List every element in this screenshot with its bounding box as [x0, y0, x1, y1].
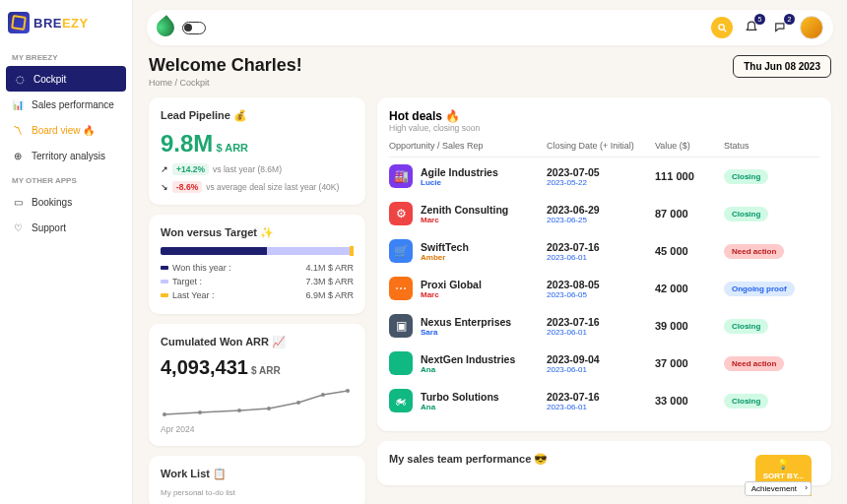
status-badge: Need action	[724, 244, 784, 259]
leaf-icon	[153, 15, 177, 39]
msg-badge: 2	[784, 14, 795, 25]
status-badge: Closing	[724, 394, 768, 409]
crumb-home[interactable]: Home	[149, 78, 172, 88]
opportunity-icon: ⋯	[389, 277, 413, 300]
col-status: Status	[724, 141, 803, 151]
wvt-label: Won this year :	[172, 263, 231, 273]
svg-point-2	[163, 412, 166, 416]
table-row[interactable]: 🛒 SwiftTechAmber 2023-07-162023-06-01 45…	[389, 232, 819, 270]
closing-date: 2023-07-05	[547, 166, 655, 178]
opportunity-icon: ⚙	[389, 202, 413, 225]
trend-down-icon: ↘	[161, 182, 168, 192]
chart-icon: 📊	[12, 98, 24, 110]
sidebar-label: Sales performance	[32, 99, 114, 110]
delta-value: -8.6%	[172, 181, 202, 193]
notifications-button[interactable]: 5	[741, 17, 762, 38]
globe-icon: ⊕	[12, 150, 24, 161]
sidebar-item-board[interactable]: 〽 Board view 🔥	[0, 117, 132, 143]
card-title: Cumulated Won ARR 📈	[161, 336, 354, 348]
theme-toggle[interactable]	[182, 22, 206, 34]
svg-point-3	[198, 410, 202, 414]
wvt-row: Won this year :4.1M $ ARR	[161, 261, 354, 275]
initial-date: 2023-06-01	[547, 253, 655, 262]
table-row[interactable]: ⋯ Proxi GlobalMarc 2023-08-052023-06-05 …	[389, 270, 819, 307]
card-subtitle: High value, closing soon	[389, 123, 819, 133]
wvt-label: Last Year :	[172, 290, 215, 300]
table-row[interactable]: 🏍 Turbo SolutionsAna 2023-07-162023-06-0…	[389, 382, 819, 419]
opportunity-name: Proxi Global	[421, 279, 482, 290]
opportunity-icon: ▣	[389, 314, 413, 338]
delta-text: vs average deal size last year (40K)	[206, 182, 339, 192]
closing-date: 2023-06-29	[547, 204, 655, 216]
sidebar-label: Cockpit	[33, 74, 66, 85]
deal-value: 33 000	[655, 395, 724, 407]
brand-text-2: EZY	[62, 16, 89, 31]
initial-date: 2023-06-01	[547, 403, 655, 411]
sidebar-item-support[interactable]: ♡ Support	[0, 215, 132, 240]
status-badge: Closing	[724, 169, 768, 184]
col-opportunity: Opportunity / Sales Rep	[389, 141, 547, 151]
table-row[interactable]: ▣ Nexus EnterprisesSara 2023-07-162023-0…	[389, 307, 819, 345]
table-row[interactable]: ⚙ Zenith ConsultingMarc 2023-06-292023-0…	[389, 195, 819, 232]
svg-point-0	[718, 24, 724, 30]
svg-line-1	[723, 29, 725, 31]
search-icon	[717, 23, 728, 33]
search-button[interactable]	[711, 17, 733, 38]
date-picker[interactable]: Thu Jun 08 2023	[733, 55, 831, 78]
card-subtitle: My personal to-do list	[161, 488, 354, 497]
progress-bar	[161, 247, 354, 255]
deal-value: 87 000	[655, 208, 724, 220]
svg-point-4	[237, 409, 241, 412]
work-list-card: Work List 📋 My personal to-do list	[149, 456, 365, 504]
col-closing: Closing Date (+ Initial)	[547, 141, 655, 151]
closing-date: 2023-09-04	[547, 353, 655, 365]
cumulated-value: 4,093,431	[161, 356, 248, 378]
sidebar-label: Bookings	[32, 197, 72, 208]
sidebar-label: Board view 🔥	[32, 125, 95, 136]
sidebar-item-territory[interactable]: ⊕ Territory analysis	[0, 143, 132, 168]
card-title: Lead Pipeline 💰	[161, 109, 354, 122]
svg-point-8	[346, 389, 350, 393]
status-badge: Closing	[724, 207, 768, 221]
table-row[interactable]: NextGen IndustriesAna 2023-09-042023-06-…	[389, 345, 819, 382]
delta-text: vs last year (8.6M)	[213, 164, 282, 174]
table-row[interactable]: 🏭 Agile IndustriesLucie 2023-07-052023-0…	[389, 158, 819, 195]
initial-date: 2023-05-22	[547, 178, 655, 187]
main-area: 5 2 Welcome Charles! Home / Cockpit Thu …	[133, 0, 847, 504]
hot-deals-card: Hot deals 🔥 High value, closing soon Opp…	[377, 97, 831, 431]
brand-logo[interactable]: BREEZY	[0, 0, 132, 45]
side-section-other: MY OTHER APPS	[0, 168, 132, 189]
user-avatar[interactable]	[800, 16, 823, 39]
opportunity-name: Agile Industries	[421, 166, 498, 178]
wvt-label: Target :	[172, 277, 202, 286]
page-title: Welcome Charles!	[149, 55, 302, 76]
sales-rep: Lucie	[421, 178, 498, 187]
sales-rep: Marc	[421, 290, 482, 299]
deal-value: 42 000	[655, 283, 724, 294]
wvt-value: 6.9M $ ARR	[305, 290, 354, 300]
opportunity-icon	[389, 351, 413, 375]
deal-value: 37 000	[655, 357, 724, 369]
sales-rep: Ana	[421, 365, 515, 374]
sidebar: BREEZY MY BREEZY ◌ Cockpit 📊 Sales perfo…	[0, 0, 133, 504]
gauge-icon: ◌	[14, 73, 26, 85]
initial-date: 2023-06-25	[547, 216, 655, 224]
opportunity-name: SwiftTech	[421, 241, 469, 253]
messages-button[interactable]: 2	[770, 17, 792, 38]
sidebar-item-sales[interactable]: 📊 Sales performance	[0, 92, 132, 117]
sidebar-label: Territory analysis	[32, 151, 105, 161]
breadcrumb: Home / Cockpit	[149, 78, 302, 88]
sidebar-item-cockpit[interactable]: ◌ Cockpit	[6, 66, 126, 92]
crumb-current: Cockpit	[180, 78, 210, 88]
sales-rep: Sara	[421, 328, 511, 337]
svg-point-6	[296, 401, 300, 405]
status-badge: Closing	[724, 319, 768, 334]
sidebar-item-bookings[interactable]: ▭ Bookings	[0, 189, 132, 215]
calendar-icon: ▭	[12, 196, 24, 208]
initial-date: 2023-06-05	[547, 290, 655, 299]
closing-date: 2023-07-16	[547, 241, 655, 253]
sales-rep: Marc	[421, 216, 508, 224]
opportunity-name: Zenith Consulting	[421, 204, 508, 216]
achievement-pill[interactable]: Achievement	[745, 481, 812, 496]
cumulated-won-card: Cumulated Won ARR 📈 4,093,431 $ ARR Apr …	[149, 324, 365, 446]
